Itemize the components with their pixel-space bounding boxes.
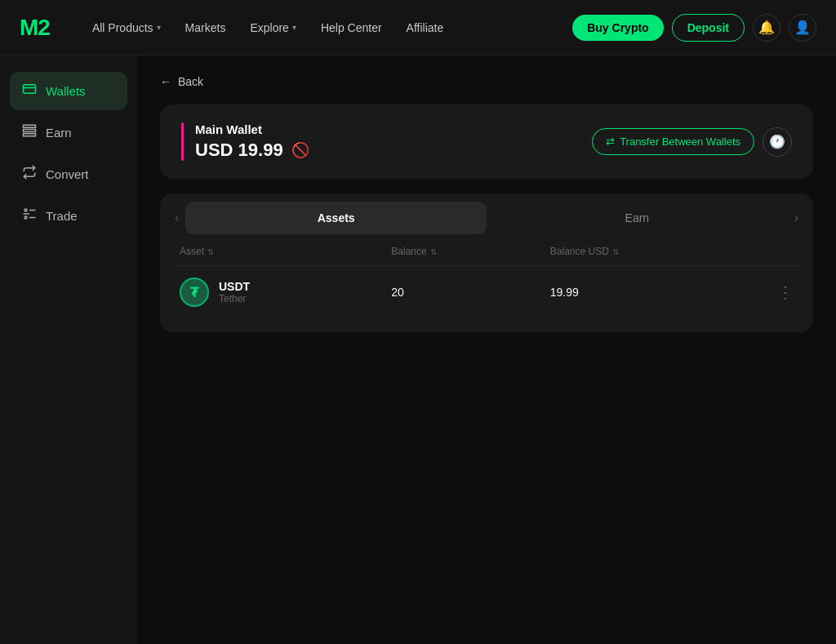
- wallet-icon: [21, 82, 38, 100]
- wallet-actions: ⇄ Transfer Between Wallets 🕐: [592, 127, 792, 157]
- nav-all-products[interactable]: All Products ▾: [82, 15, 171, 41]
- assets-table: Asset ⇅ Balance ⇅ Balance USD ⇅: [160, 234, 813, 332]
- asset-full-name: Tether: [219, 293, 250, 304]
- wallet-accent-border: [181, 122, 184, 161]
- row-actions-cell: ⋮: [762, 284, 794, 300]
- svg-rect-0: [24, 85, 36, 94]
- sidebar-item-trade[interactable]: Trade: [10, 197, 127, 235]
- col-balance-usd-header: Balance USD ⇅: [550, 246, 762, 257]
- header-actions: Buy Crypto Deposit 🔔 👤: [572, 14, 816, 42]
- main-nav: All Products ▾ Markets Explore ▾ Help Ce…: [82, 15, 572, 41]
- sidebar: Wallets Earn Convert Trade: [0, 56, 137, 644]
- wallet-title: Main Wallet: [195, 122, 309, 136]
- tab-prev-arrow-icon[interactable]: ‹: [168, 211, 185, 225]
- svg-rect-1: [24, 125, 36, 127]
- svg-point-4: [24, 209, 27, 211]
- trade-icon: [21, 207, 38, 225]
- asset-name-group: USDT Tether: [219, 280, 250, 304]
- logo[interactable]: M2: [20, 15, 50, 41]
- asset-symbol: USDT: [219, 280, 250, 293]
- tab-next-arrow-icon[interactable]: ›: [788, 211, 805, 225]
- hide-balance-icon[interactable]: 🚫: [291, 141, 309, 159]
- notifications-bell-icon[interactable]: 🔔: [753, 14, 780, 42]
- svg-rect-3: [24, 134, 36, 136]
- sidebar-item-wallets[interactable]: Wallets: [10, 72, 127, 110]
- table-header: Asset ⇅ Balance ⇅ Balance USD ⇅: [173, 234, 800, 266]
- wallet-balance: USD 19.99 🚫: [195, 140, 309, 161]
- nav-help-center[interactable]: Help Center: [311, 15, 392, 41]
- wallet-details: Main Wallet USD 19.99 🚫: [195, 122, 309, 161]
- sort-icon[interactable]: ⇅: [612, 247, 619, 256]
- wallet-history-button[interactable]: 🕐: [763, 127, 792, 157]
- nav-markets[interactable]: Markets: [176, 15, 236, 41]
- arrow-left-icon: ←: [160, 75, 171, 88]
- asset-cell: ₮ USDT Tether: [180, 278, 391, 307]
- deposit-button[interactable]: Deposit: [672, 14, 745, 42]
- col-balance-header: Balance ⇅: [391, 246, 549, 257]
- svg-rect-2: [24, 130, 36, 132]
- nav-explore[interactable]: Explore ▾: [240, 15, 305, 41]
- tab-earn[interactable]: Earn: [487, 202, 788, 234]
- buy-crypto-button[interactable]: Buy Crypto: [572, 15, 663, 41]
- user-profile-icon[interactable]: 👤: [789, 14, 816, 42]
- transfer-between-wallets-button[interactable]: ⇄ Transfer Between Wallets: [592, 128, 754, 155]
- chevron-down-icon: ▾: [157, 23, 161, 32]
- balance-usd-cell: 19.99: [550, 286, 762, 299]
- sort-icon[interactable]: ⇅: [207, 247, 214, 256]
- header: M2 All Products ▾ Markets Explore ▾ Help…: [0, 0, 836, 56]
- tab-assets[interactable]: Assets: [185, 202, 487, 234]
- row-more-options-button[interactable]: ⋮: [777, 284, 794, 300]
- convert-icon: [21, 165, 38, 184]
- balance-cell: 20: [391, 286, 549, 299]
- wallet-card: Main Wallet USD 19.99 🚫 ⇄ Transfer Betwe…: [160, 104, 813, 179]
- svg-point-5: [24, 216, 27, 219]
- sidebar-item-convert[interactable]: Convert: [10, 155, 127, 193]
- earn-icon: [21, 123, 38, 142]
- back-link[interactable]: ← Back: [160, 75, 813, 88]
- transfer-icon: ⇄: [606, 135, 615, 148]
- asset-logo-usdt: ₮: [180, 278, 209, 307]
- sidebar-item-earn[interactable]: Earn: [10, 113, 127, 152]
- tabs-header: ‹ Assets Earn ›: [160, 193, 813, 234]
- nav-affiliate[interactable]: Affiliate: [397, 15, 454, 41]
- col-actions-header: [762, 246, 794, 257]
- history-icon: 🕐: [769, 134, 785, 149]
- col-asset-header: Asset ⇅: [180, 246, 391, 257]
- sort-icon[interactable]: ⇅: [430, 247, 437, 256]
- wallet-info: Main Wallet USD 19.99 🚫: [181, 122, 309, 161]
- tabs-container: ‹ Assets Earn › Asset ⇅ Balance ⇅: [160, 193, 813, 332]
- main-content: ← Back Main Wallet USD 19.99 🚫 ⇄ Transfe…: [137, 56, 836, 644]
- table-row: ₮ USDT Tether 20 19.99 ⋮: [173, 266, 800, 319]
- chevron-down-icon: ▾: [292, 23, 296, 32]
- app-layout: Wallets Earn Convert Trade ← Back Main W…: [0, 56, 836, 644]
